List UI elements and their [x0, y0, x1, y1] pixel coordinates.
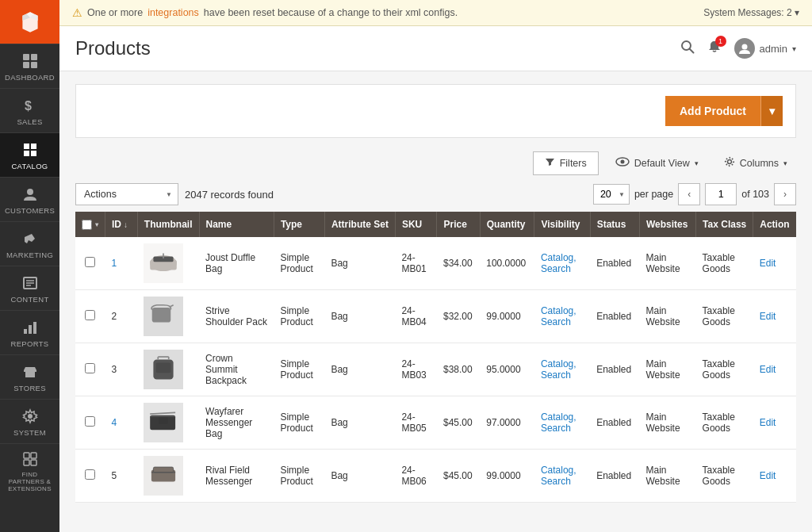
- sidebar-item-dashboard[interactable]: DASHBOARD: [0, 44, 59, 88]
- sidebar-item-label: CONTENT: [10, 295, 48, 304]
- product-id: 5: [105, 450, 138, 503]
- svg-rect-35: [156, 363, 170, 373]
- row-checkbox[interactable]: [85, 416, 95, 427]
- edit-link[interactable]: Edit: [760, 470, 776, 481]
- th-tax-class: Tax Class: [696, 212, 753, 237]
- sidebar-item-partners[interactable]: FIND PARTNERS & EXTENSIONS: [0, 443, 59, 499]
- svg-rect-21: [31, 460, 36, 465]
- product-price: $38.00: [437, 343, 480, 396]
- product-name: Wayfarer Messenger Bag: [199, 396, 274, 450]
- catalog-icon: [21, 141, 39, 159]
- sidebar-item-content[interactable]: CONTENT: [0, 266, 59, 310]
- th-id[interactable]: ID↓: [105, 212, 138, 237]
- product-visibility: Catalog, Search: [534, 396, 590, 450]
- svg-rect-2: [23, 62, 29, 68]
- gear-icon: [724, 156, 735, 170]
- svg-rect-20: [24, 460, 29, 465]
- svg-rect-15: [29, 325, 32, 334]
- product-sku: 24-MB01: [395, 237, 437, 290]
- svg-point-24: [741, 44, 747, 50]
- sidebar-item-system[interactable]: SYSTEM: [0, 399, 59, 443]
- checkbox-dropdown-icon[interactable]: ▾: [95, 221, 98, 228]
- sidebar-item-label: SALES: [17, 117, 42, 126]
- svg-point-9: [27, 189, 33, 195]
- th-attribute-set: Attribute Set: [324, 212, 395, 237]
- svg-rect-41: [159, 417, 168, 423]
- product-tax-class: Taxable Goods: [696, 396, 753, 450]
- svg-text:$: $: [25, 99, 32, 113]
- product-visibility: Catalog, Search: [534, 343, 590, 396]
- sidebar-item-stores[interactable]: STORES: [0, 354, 59, 399]
- notifications-button[interactable]: 1: [707, 40, 722, 58]
- product-sku: 24-MB06: [395, 450, 437, 503]
- row-checkbox[interactable]: [85, 257, 95, 267]
- product-type: Simple Product: [274, 450, 324, 503]
- view-select-button[interactable]: Default View ▾: [607, 151, 707, 174]
- th-quantity: Quantity: [480, 212, 534, 237]
- add-product-button[interactable]: Add Product ▾: [665, 96, 783, 126]
- product-action[interactable]: Edit: [753, 396, 796, 450]
- row-checkbox[interactable]: [85, 310, 95, 320]
- admin-user-menu[interactable]: admin ▾: [734, 38, 796, 59]
- product-tax-class: Taxable Goods: [696, 450, 753, 503]
- table-row: 3 Crown Summit Backpack Simple Product B…: [75, 343, 796, 396]
- system-messages-link[interactable]: System Messages: 2 ▾: [703, 7, 799, 18]
- svg-rect-6: [31, 144, 36, 149]
- row-checkbox-cell: [75, 343, 105, 396]
- integrations-link[interactable]: integrations: [147, 7, 199, 18]
- th-thumbnail: Thumbnail: [137, 212, 199, 237]
- product-price: $45.00: [437, 450, 480, 503]
- columns-button[interactable]: Columns ▾: [715, 151, 796, 175]
- th-checkbox: ▾: [75, 212, 105, 237]
- product-status: Enabled: [590, 450, 639, 503]
- product-sku: 24-MB04: [395, 290, 437, 343]
- sidebar-item-marketing[interactable]: MARKETING: [0, 221, 59, 266]
- filters-button[interactable]: Filters: [533, 151, 599, 175]
- sidebar-logo[interactable]: [0, 0, 59, 44]
- page-number-input[interactable]: [705, 183, 737, 205]
- notification-badge: 1: [715, 36, 726, 47]
- table-row: 4 Wayfarer Messenger Bag Simple Product …: [75, 396, 796, 450]
- select-all-checkbox[interactable]: [82, 220, 92, 230]
- dashboard-icon: [21, 52, 39, 70]
- next-page-button[interactable]: ›: [774, 183, 796, 205]
- product-id[interactable]: 4: [105, 396, 138, 450]
- products-tbody: 1 Joust Duffle Bag Simple Product Bag 24…: [75, 237, 796, 503]
- row-checkbox[interactable]: [85, 363, 95, 373]
- edit-link[interactable]: Edit: [760, 258, 776, 269]
- notification-bar: ⚠ One or more integrations have been res…: [59, 0, 812, 26]
- actions-select[interactable]: Actions: [75, 183, 178, 205]
- admin-dropdown-icon: ▾: [792, 44, 796, 53]
- edit-link[interactable]: Edit: [760, 311, 776, 322]
- product-action[interactable]: Edit: [753, 290, 796, 343]
- prev-page-button[interactable]: ‹: [678, 183, 700, 205]
- product-action[interactable]: Edit: [753, 450, 796, 503]
- add-product-dropdown-icon[interactable]: ▾: [761, 96, 783, 126]
- product-attribute-set: Bag: [324, 290, 395, 343]
- search-button[interactable]: [680, 40, 695, 58]
- product-quantity: 100.0000: [480, 237, 534, 290]
- table-header-row: ▾ ID↓ Thumbnail Name Type Attribute Set …: [75, 212, 796, 237]
- per-page-select[interactable]: 20: [593, 184, 630, 205]
- add-product-bar: Add Product ▾: [75, 84, 796, 138]
- row-checkbox[interactable]: [85, 469, 95, 480]
- th-type: Type: [274, 212, 324, 237]
- product-thumbnail: [137, 396, 199, 450]
- product-action[interactable]: Edit: [753, 343, 796, 396]
- product-type: Simple Product: [274, 396, 324, 450]
- product-sku: 24-MB03: [395, 343, 437, 396]
- product-id[interactable]: 1: [105, 237, 138, 290]
- products-toolbar: Filters Default View ▾ Columns ▾: [75, 151, 796, 175]
- edit-link[interactable]: Edit: [760, 364, 776, 375]
- sidebar-item-label: FIND PARTNERS & EXTENSIONS: [3, 471, 56, 492]
- columns-dropdown-icon: ▾: [783, 159, 787, 167]
- edit-link[interactable]: Edit: [760, 417, 776, 428]
- product-thumbnail: [137, 237, 199, 290]
- product-action[interactable]: Edit: [753, 237, 796, 290]
- product-thumbnail: [137, 450, 199, 503]
- sidebar-item-catalog[interactable]: CaTALOG: [0, 132, 59, 177]
- warning-icon: ⚠: [72, 6, 82, 19]
- sidebar-item-customers[interactable]: CUSTOMERS: [0, 177, 59, 221]
- sidebar-item-reports[interactable]: REPORTS: [0, 310, 59, 354]
- sidebar-item-sales[interactable]: $ SALES: [0, 88, 59, 132]
